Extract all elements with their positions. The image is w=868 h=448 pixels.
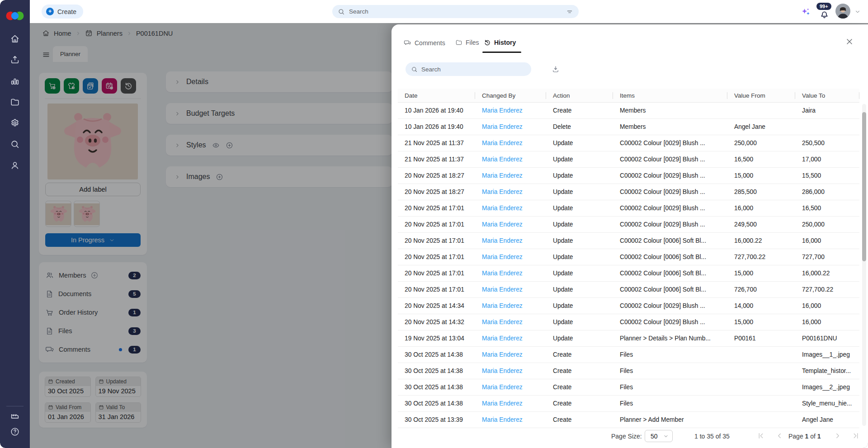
cell-changed-by[interactable]: Maria Enderez	[475, 412, 546, 428]
table-row: 20 Nov 2025 at 17:01Maria EnderezUpdateC…	[398, 233, 859, 249]
cell-changed-by[interactable]: Maria Enderez	[475, 119, 546, 135]
sidebar-item-factory[interactable]	[10, 410, 20, 420]
cell-changed-by[interactable]: Maria Enderez	[475, 249, 546, 265]
cell-action: Create	[546, 379, 613, 395]
cell-value-to: 250,000	[795, 217, 859, 232]
cell-items: Members	[613, 119, 727, 135]
history-table-body: 10 Jan 2026 at 19:40Maria EnderezCreateM…	[398, 103, 859, 428]
page-size-value: 50	[651, 433, 658, 440]
sidebar-item-folders[interactable]	[10, 97, 20, 107]
column-header: Date	[398, 89, 475, 102]
scrollbar-thumb[interactable]	[862, 112, 866, 261]
cell-items: C00002 Colour [0006] Soft Bl...	[613, 233, 727, 249]
cell-changed-by[interactable]: Maria Enderez	[475, 282, 546, 297]
cell-date: 21 Nov 2025 at 11:37	[398, 151, 475, 167]
history-search-input[interactable]	[421, 66, 526, 73]
last-page-icon[interactable]	[852, 432, 860, 440]
ai-sparkle-icon[interactable]	[800, 7, 811, 18]
scrollbar-track	[862, 104, 866, 426]
cell-date: 20 Nov 2025 at 18:27	[398, 184, 475, 200]
cell-date: 19 Nov 2025 at 13:04	[398, 330, 475, 346]
drawer-tab-files[interactable]: Files	[455, 39, 479, 46]
first-page-icon[interactable]	[757, 432, 765, 440]
cell-changed-by[interactable]: Maria Enderez	[475, 265, 546, 281]
tab-label: Files	[466, 39, 479, 46]
cell-changed-by[interactable]: Maria Enderez	[475, 347, 546, 363]
cell-changed-by[interactable]: Maria Enderez	[475, 135, 546, 151]
cell-value-to	[795, 119, 859, 135]
cell-changed-by[interactable]: Maria Enderez	[475, 168, 546, 184]
cell-items: C00002 Colour [0006] Soft Bl...	[613, 282, 727, 297]
cell-items: C00002 Colour [0029] Blush ...	[613, 168, 727, 184]
cell-changed-by[interactable]: Maria Enderez	[475, 314, 546, 330]
cell-value-from: 249,500	[727, 217, 795, 232]
sidebar-item-upload[interactable]	[10, 55, 20, 65]
cell-date: 30 Oct 2025 at 14:38	[398, 396, 475, 411]
sidebar-item-analytics[interactable]	[10, 76, 20, 86]
cell-value-from: 16,000.22	[727, 233, 795, 249]
cell-value-from: 250,000	[727, 135, 795, 151]
history-search	[406, 62, 531, 76]
cell-changed-by[interactable]: Maria Enderez	[475, 184, 546, 200]
filter-icon[interactable]	[566, 8, 573, 15]
drawer-tab-comments[interactable]: Comments	[404, 39, 445, 47]
global-search	[332, 5, 579, 18]
folder-icon	[455, 39, 462, 46]
cell-date: 10 Jan 2026 at 19:40	[398, 119, 475, 135]
sidebar-item-help[interactable]	[10, 427, 20, 437]
cell-items: C00002 Colour [0006] Soft Bl...	[613, 249, 727, 265]
chevron-down-icon[interactable]	[854, 9, 861, 15]
table-row: 20 Nov 2025 at 17:01Maria EnderezUpdateC…	[398, 265, 859, 282]
tab-label: Comments	[415, 39, 445, 47]
download-icon[interactable]	[552, 65, 560, 73]
bell-icon[interactable]	[819, 9, 830, 19]
table-row: 30 Oct 2025 at 13:39Maria EnderezCreateP…	[398, 412, 859, 428]
app-logo[interactable]	[6, 10, 24, 22]
history-drawer: Comments Files History DateChanged ByAct…	[392, 24, 868, 448]
create-button[interactable]: + Create	[42, 5, 83, 19]
sidebar-item-profile[interactable]	[10, 160, 20, 170]
cell-value-to: Images__1_.jpeg	[795, 347, 859, 363]
cell-changed-by[interactable]: Maria Enderez	[475, 379, 546, 395]
cell-items: Members	[613, 103, 727, 118]
cell-date: 30 Oct 2025 at 13:39	[398, 412, 475, 428]
cell-date: 20 Nov 2025 at 17:01	[398, 233, 475, 249]
cell-changed-by[interactable]: Maria Enderez	[475, 298, 546, 314]
cell-changed-by[interactable]: Maria Enderez	[475, 330, 546, 346]
cell-date: 20 Nov 2025 at 17:01	[398, 282, 475, 297]
cell-value-to: Angel Jane	[795, 412, 859, 428]
cell-changed-by[interactable]: Maria Enderez	[475, 217, 546, 232]
close-icon[interactable]	[845, 37, 854, 46]
cell-action: Update	[546, 135, 613, 151]
sidebar-item-search[interactable]	[10, 139, 20, 149]
previous-page-icon[interactable]	[775, 432, 783, 440]
avatar[interactable]	[835, 4, 850, 19]
cell-value-from	[727, 103, 795, 118]
cell-changed-by[interactable]: Maria Enderez	[475, 396, 546, 411]
drawer-tab-history[interactable]: History	[484, 39, 516, 46]
table-row: 21 Nov 2025 at 11:37Maria EnderezUpdateC…	[398, 151, 859, 168]
cell-items: Files	[613, 347, 727, 363]
cell-value-to: 727,700.22	[795, 282, 859, 297]
cell-value-to: P00161DNU	[795, 330, 859, 346]
cell-changed-by[interactable]: Maria Enderez	[475, 363, 546, 379]
search-icon	[338, 8, 345, 15]
column-header: Changed By	[475, 89, 546, 102]
sidebar-item-home[interactable]	[10, 34, 20, 44]
cell-items: C00002 Colour [0029] Blush ...	[613, 184, 727, 200]
next-page-icon[interactable]	[834, 432, 842, 440]
cell-changed-by[interactable]: Maria Enderez	[475, 103, 546, 118]
cell-changed-by[interactable]: Maria Enderez	[475, 200, 546, 216]
cell-items: C00002 Colour [0029] Blush ...	[613, 200, 727, 216]
page-current: 1	[805, 433, 809, 440]
page-size-select[interactable]: 50	[645, 430, 673, 442]
cell-changed-by[interactable]: Maria Enderez	[475, 233, 546, 249]
cell-changed-by[interactable]: Maria Enderez	[475, 151, 546, 167]
table-row: 20 Nov 2025 at 14:34Maria EnderezUpdateC…	[398, 298, 859, 314]
chevron-down-icon	[663, 434, 669, 439]
sidebar-item-settings[interactable]	[10, 118, 20, 128]
notification-badge: 99+	[816, 3, 831, 10]
cell-items: Files	[613, 363, 727, 379]
cell-items: C00002 Colour [0029] Blush ...	[613, 217, 727, 232]
global-search-input[interactable]	[349, 8, 562, 15]
